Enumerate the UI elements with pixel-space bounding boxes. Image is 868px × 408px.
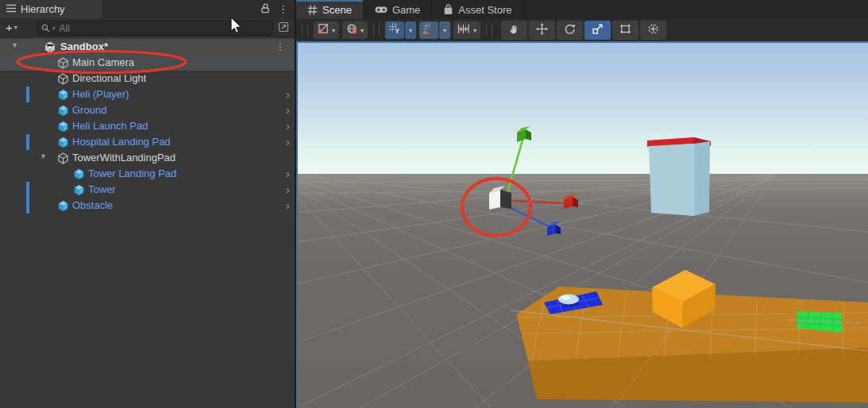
scene-row-sandbox[interactable]: ▼Sandbox*⋮ bbox=[0, 39, 295, 55]
gameobject-cube-icon bbox=[57, 57, 69, 71]
panel-list-icon bbox=[6, 3, 16, 15]
hierarchy-item-towerwithlandingpad[interactable]: ▼TowerWithLandingPad bbox=[0, 150, 295, 166]
view-options-button[interactable]: ▾ bbox=[342, 21, 368, 39]
transform-tools bbox=[501, 21, 666, 40]
hierarchy-item-main-camera[interactable]: Main Camera bbox=[0, 55, 295, 71]
open-search-window-icon[interactable] bbox=[278, 21, 289, 36]
prefab-cube-icon bbox=[57, 137, 69, 151]
prefab-override-bar bbox=[26, 134, 29, 150]
hierarchy-item-ground[interactable]: Ground› bbox=[0, 102, 295, 118]
hierarchy-tab-label: Hierarchy bbox=[21, 3, 65, 15]
hierarchy-item-label: Heli Launch Pad bbox=[72, 120, 148, 132]
tab-asset-store[interactable]: Asset Store bbox=[432, 0, 523, 19]
prefab-open-chevron-icon[interactable]: › bbox=[286, 134, 290, 150]
tab-label: Scene bbox=[322, 4, 352, 16]
hierarchy-item-label: Directional Light bbox=[72, 72, 146, 84]
hierarchy-item-label: Obstacle bbox=[72, 199, 113, 211]
scene-panel: SceneGameAsset Store ▾ ▾ Y ▾ bbox=[296, 0, 868, 408]
hierarchy-item-heli-player[interactable]: Heli (Player)› bbox=[0, 87, 295, 102]
hierarchy-item-obstacle[interactable]: Obstacle› bbox=[0, 198, 295, 214]
hierarchy-item-label: TowerWithLandingPad bbox=[72, 152, 176, 164]
skybox bbox=[298, 43, 868, 174]
hierarchy-menu-icon[interactable]: ⋮ bbox=[278, 4, 288, 14]
scene-toolbar: ▾ ▾ Y ▾ bbox=[296, 19, 868, 41]
hierarchy-item-tower-landing-pad[interactable]: Tower Landing Pad› bbox=[0, 166, 295, 182]
add-gameobject-button[interactable]: +▾ bbox=[0, 21, 21, 34]
hierarchy-item-label: Main Camera bbox=[72, 56, 134, 68]
hand-icon bbox=[508, 23, 520, 38]
rect-tool-button[interactable] bbox=[612, 21, 638, 40]
hierarchy-item-heli-launch-pad[interactable]: Heli Launch Pad› bbox=[0, 118, 295, 134]
snap-toggle-button[interactable] bbox=[419, 21, 438, 39]
prefab-override-bar bbox=[26, 87, 29, 102]
unity-scene-icon bbox=[44, 41, 56, 56]
unity-editor: Hierarchy ⋮ +▾ ▾ ▼ bbox=[0, 0, 868, 408]
prefab-override-bar bbox=[26, 198, 29, 214]
prefab-open-chevron-icon[interactable]: › bbox=[286, 198, 290, 214]
prefab-cube-icon bbox=[73, 168, 85, 183]
prefab-cube-icon bbox=[57, 121, 69, 135]
prefab-open-chevron-icon[interactable]: › bbox=[286, 102, 290, 118]
transform-tool-button[interactable] bbox=[640, 21, 666, 40]
prefab-override-bar bbox=[26, 182, 29, 198]
scene-menu-icon[interactable]: ⋮ bbox=[276, 41, 285, 52]
prefab-open-chevron-icon[interactable]: › bbox=[286, 182, 290, 198]
toolbar-separator bbox=[486, 24, 492, 37]
tab-label: Asset Store bbox=[458, 4, 511, 16]
search-icon bbox=[41, 24, 50, 33]
snap-increment-button[interactable]: ▾ bbox=[453, 21, 480, 39]
search-input[interactable] bbox=[58, 22, 244, 35]
scene-tabbar: SceneGameAsset Store bbox=[296, 0, 868, 19]
rotate-icon bbox=[564, 23, 576, 38]
hierarchy-header: Hierarchy ⋮ bbox=[0, 0, 295, 18]
ruler-icon bbox=[457, 23, 470, 37]
move-tool-button[interactable] bbox=[529, 21, 555, 40]
expand-triangle-icon[interactable]: ▼ bbox=[40, 152, 47, 160]
shading-mode-button[interactable]: ▾ bbox=[314, 21, 339, 39]
prefab-cube-icon bbox=[73, 184, 85, 198]
gameobject-cube-icon bbox=[57, 152, 69, 167]
grid-y-icon: Y bbox=[389, 23, 400, 37]
grid-visibility-dropdown[interactable]: ▾ bbox=[405, 21, 416, 39]
prefab-cube-icon bbox=[57, 89, 69, 103]
scene-viewport[interactable] bbox=[296, 41, 868, 408]
scene-name: Sandbox* bbox=[60, 40, 108, 52]
bag-icon bbox=[443, 4, 453, 15]
heli-highlight bbox=[561, 295, 570, 300]
hierarchy-item-hospital-landing-pad[interactable]: Hospital Landing Pad› bbox=[0, 134, 295, 150]
hierarchy-item-label: Tower bbox=[88, 183, 116, 195]
search-filter-caret-icon[interactable]: ▾ bbox=[52, 25, 56, 32]
tab-scene[interactable]: Scene bbox=[296, 0, 364, 19]
rotate-tool-button[interactable] bbox=[557, 21, 583, 40]
grid-visibility-button[interactable]: Y bbox=[385, 21, 404, 39]
rect-tool-icon bbox=[619, 23, 631, 38]
prefab-cube-icon bbox=[57, 105, 69, 119]
tab-game[interactable]: Game bbox=[364, 0, 432, 19]
hierarchy-toolbar: +▾ ▾ bbox=[0, 18, 295, 37]
prefab-open-chevron-icon[interactable]: › bbox=[286, 87, 290, 102]
tower[interactable] bbox=[647, 137, 711, 216]
hierarchy-item-label: Tower Landing Pad bbox=[88, 167, 176, 179]
prefab-open-chevron-icon[interactable]: › bbox=[286, 166, 290, 182]
hierarchy-item-label: Hospital Landing Pad bbox=[72, 136, 171, 148]
hierarchy-panel: Hierarchy ⋮ +▾ ▾ ▼ bbox=[0, 0, 295, 408]
scale-icon bbox=[592, 23, 604, 38]
view-hand-tool-button[interactable] bbox=[501, 21, 527, 40]
hierarchy-search-field[interactable]: ▾ bbox=[37, 21, 273, 36]
scale-tool-button[interactable] bbox=[584, 21, 611, 40]
hierarchy-tab[interactable]: Hierarchy bbox=[0, 0, 102, 18]
unlock-icon[interactable] bbox=[260, 2, 270, 17]
hierarchy-item-label: Heli (Player) bbox=[72, 88, 129, 100]
shading-mode-icon bbox=[318, 23, 329, 37]
grid-icon bbox=[307, 5, 318, 15]
hierarchy-item-tower[interactable]: Tower› bbox=[0, 182, 295, 198]
hierarchy-item-directional-light[interactable]: Directional Light bbox=[0, 71, 295, 87]
snap-dropdown[interactable]: ▾ bbox=[439, 21, 450, 39]
grid-magnet-icon bbox=[423, 23, 434, 37]
toolbar-grip[interactable] bbox=[302, 24, 308, 37]
prefab-open-chevron-icon[interactable]: › bbox=[286, 118, 290, 134]
svg-text:Y: Y bbox=[395, 27, 399, 34]
hierarchy-list: ▼Sandbox*⋮Main CameraDirectional LightHe… bbox=[0, 37, 295, 214]
collapse-triangle-icon[interactable]: ▼ bbox=[11, 41, 18, 49]
globe-icon bbox=[346, 23, 357, 37]
